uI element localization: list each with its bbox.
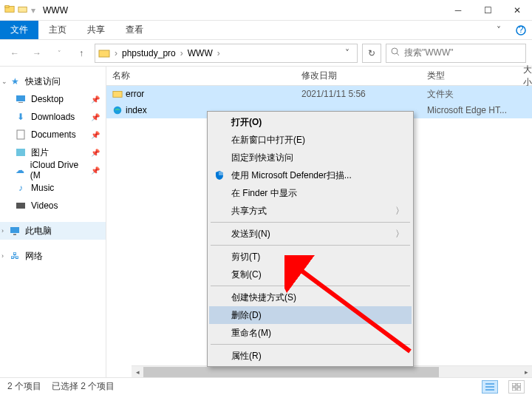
nav-music[interactable]: ♪ Music: [0, 179, 106, 197]
chevron-right-icon[interactable]: ›: [113, 48, 119, 58]
cm-cut[interactable]: 剪切(T): [209, 248, 412, 266]
cm-shortcut[interactable]: 创建快捷方式(S): [209, 288, 412, 306]
edge-icon: [112, 105, 126, 115]
svg-point-6: [392, 48, 398, 54]
pin-icon: 📌: [91, 131, 100, 139]
chevron-right-icon: 〉: [395, 205, 404, 217]
column-header-size[interactable]: 大小: [523, 64, 532, 89]
nav-label: Downloads: [31, 112, 75, 122]
svg-rect-10: [17, 130, 24, 139]
cm-open-new[interactable]: 在新窗口中打开(E): [209, 131, 412, 149]
cm-copy[interactable]: 复制(C): [209, 266, 412, 283]
nav-recent-button[interactable]: ˅: [50, 44, 68, 62]
chevron-right-icon[interactable]: ›: [1, 252, 4, 260]
nav-icloud[interactable]: ☁ iCloud Drive (M 📌: [0, 161, 106, 179]
column-header-type[interactable]: 类型: [427, 70, 523, 82]
download-icon: ⬇: [15, 111, 27, 123]
cloud-icon: ☁: [15, 164, 26, 176]
breadcrumb-seg-2[interactable]: WWW: [186, 48, 214, 58]
scroll-thumb[interactable]: [143, 367, 439, 377]
pin-icon: 📌: [91, 166, 100, 175]
open-folder-icon: [18, 4, 28, 16]
nav-quick-access[interactable]: ⌄ ★ 快速访问: [0, 72, 106, 90]
breadcrumb[interactable]: › phpstudy_pro › WWW › ˅: [95, 44, 358, 63]
ribbon-bar: 文件 主页 共享 查看 ˅ ?: [0, 21, 532, 40]
chevron-right-icon[interactable]: ›: [179, 48, 185, 58]
nav-label: Music: [31, 183, 54, 193]
chevron-right-icon[interactable]: ›: [1, 227, 4, 234]
nav-this-pc[interactable]: › 此电脑: [0, 222, 106, 240]
ribbon-tab-file[interactable]: 文件: [0, 21, 38, 39]
chevron-right-icon[interactable]: ›: [216, 48, 222, 58]
svg-rect-24: [512, 388, 516, 391]
maximize-button[interactable]: ☐: [473, 0, 502, 21]
pin-icon: 📌: [91, 95, 100, 104]
svg-rect-12: [16, 203, 25, 209]
search-input[interactable]: 搜索"WWW": [386, 44, 526, 63]
scroll-right-button[interactable]: ▸: [520, 366, 532, 378]
svg-rect-5: [99, 50, 109, 57]
scroll-left-button[interactable]: ◂: [132, 366, 143, 378]
nav-label: Videos: [31, 200, 58, 211]
document-icon: [15, 129, 27, 141]
svg-rect-1: [5, 6, 9, 8]
refresh-button[interactable]: ↻: [362, 44, 381, 63]
svg-rect-2: [18, 7, 27, 12]
chevron-down-icon[interactable]: ⌄: [1, 78, 7, 85]
cm-share[interactable]: 共享方式〉: [209, 202, 412, 220]
minimize-button[interactable]: ─: [443, 0, 473, 21]
close-button[interactable]: ✕: [502, 0, 532, 21]
cm-pin-quick[interactable]: 固定到快速访问: [209, 149, 412, 166]
breadcrumb-dropdown[interactable]: ˅: [341, 48, 354, 58]
cm-defender[interactable]: 使用 Microsoft Defender扫描...: [209, 166, 412, 184]
cm-open[interactable]: 打开(O): [209, 113, 412, 131]
video-icon: [15, 200, 27, 212]
menu-separator: [211, 286, 410, 286]
view-details-button[interactable]: [482, 380, 498, 394]
nav-desktop[interactable]: Desktop 📌: [0, 90, 106, 108]
ribbon-help-button[interactable]: ?: [510, 21, 532, 39]
chevron-right-icon: 〉: [395, 228, 404, 240]
nav-documents[interactable]: Documents 📌: [0, 126, 106, 144]
cm-delete[interactable]: 删除(D): [209, 306, 412, 324]
status-item-count: 2 个项目: [7, 380, 41, 393]
ribbon-tab-view[interactable]: 查看: [115, 21, 154, 39]
menu-separator: [211, 344, 410, 345]
file-type: Microsoft Edge HT...: [427, 105, 523, 115]
cm-finder[interactable]: 在 Finder 中显示: [209, 184, 412, 202]
context-menu: 打开(O) 在新窗口中打开(E) 固定到快速访问 使用 Microsoft De…: [207, 111, 414, 367]
ribbon-tab-home[interactable]: 主页: [38, 21, 77, 39]
breadcrumb-seg-1[interactable]: phpstudy_pro: [120, 48, 177, 58]
nav-videos[interactable]: Videos: [0, 197, 106, 215]
nav-pictures[interactable]: 图片 📌: [0, 144, 106, 161]
nav-downloads[interactable]: ⬇ Downloads 📌: [0, 108, 106, 126]
menu-separator: [211, 222, 410, 223]
nav-label: 网络: [25, 250, 43, 263]
nav-forward-button[interactable]: →: [28, 44, 46, 62]
pc-icon: [9, 225, 21, 237]
pin-icon: 📌: [91, 149, 100, 157]
file-type: 文件夹: [427, 88, 523, 101]
horizontal-scrollbar[interactable]: ◂ ▸: [132, 365, 532, 377]
nav-label: 此电脑: [25, 225, 52, 237]
cm-rename[interactable]: 重命名(M): [209, 324, 412, 342]
navigation-pane: ⌄ ★ 快速访问 Desktop 📌 ⬇ Downloads 📌 Documen…: [0, 67, 106, 377]
nav-network[interactable]: › 🖧 网络: [0, 247, 106, 265]
ribbon-expand-button[interactable]: ˅: [488, 21, 510, 39]
column-header-name[interactable]: 名称: [112, 70, 301, 82]
cm-properties[interactable]: 属性(R): [209, 347, 412, 365]
view-icons-button[interactable]: [508, 380, 525, 394]
status-bar: 2 个项目 已选择 2 个项目: [0, 377, 532, 395]
title-bar: ▾ WWW ─ ☐ ✕: [0, 0, 532, 21]
nav-back-button[interactable]: ←: [6, 44, 24, 62]
svg-line-7: [397, 53, 399, 55]
ribbon-tab-share[interactable]: 共享: [77, 21, 115, 39]
svg-rect-15: [113, 92, 122, 98]
column-header-date[interactable]: 修改日期: [301, 70, 427, 82]
svg-rect-23: [517, 383, 521, 386]
file-name: error: [126, 89, 301, 99]
cm-sendto[interactable]: 发送到(N)〉: [209, 225, 412, 243]
file-row-error[interactable]: error 2021/11/11 5:56 文件夹: [106, 86, 532, 102]
address-bar: ← → ˅ ↑ › phpstudy_pro › WWW › ˅ ↻ 搜索"WW…: [0, 40, 532, 67]
nav-up-button[interactable]: ↑: [72, 44, 90, 62]
